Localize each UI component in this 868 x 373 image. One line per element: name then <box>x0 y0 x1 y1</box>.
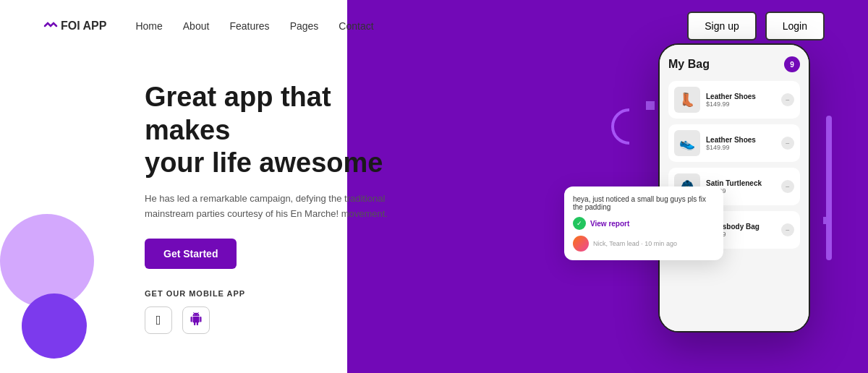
logo-icon <box>43 19 58 33</box>
nav-right: Sign up Login <box>687 12 825 40</box>
hero-description: He has led a remarkable campaign, defyin… <box>145 192 391 222</box>
item-remove-1[interactable]: − <box>781 93 794 106</box>
cart-item-1: 👢 Leather Shoes $149.99 − <box>668 81 800 119</box>
signup-button[interactable]: Sign up <box>687 12 756 40</box>
view-report-link[interactable]: View report <box>590 220 629 228</box>
notification-footer: Nick, Team lead · 10 min ago <box>573 236 715 252</box>
item-info-1: Leather Shoes $149.99 <box>706 93 775 108</box>
item-name-2: Leather Shoes <box>706 136 775 144</box>
nav-item-features[interactable]: Features <box>229 20 269 33</box>
logo: FOI APP <box>43 19 106 33</box>
nav-left: FOI APP Home About Features Pages Contac… <box>43 19 374 33</box>
nav-item-home[interactable]: Home <box>135 20 162 33</box>
hero-text: Great app that makes your life awesome H… <box>145 74 420 334</box>
phone-area: My Bag 9 👢 Leather Shoes $149.99 − 👟 Lea… <box>658 43 810 333</box>
get-started-button[interactable]: Get Started <box>145 239 237 269</box>
item-img-1: 👢 <box>674 87 700 113</box>
apple-store-button[interactable]:  <box>145 306 172 334</box>
item-remove-4[interactable]: − <box>781 223 794 236</box>
deco-bar <box>826 116 832 260</box>
item-remove-3[interactable]: − <box>781 180 794 193</box>
nav-links: Home About Features Pages Contact <box>135 20 373 33</box>
app-store-buttons:  <box>145 306 420 334</box>
phone-badge: 9 <box>784 56 800 72</box>
item-name-1: Leather Shoes <box>706 93 775 100</box>
notification-link: ✓ View report <box>573 217 715 230</box>
view-report-icon: ✓ <box>573 217 586 230</box>
item-info-2: Leather Shoes $149.99 <box>706 136 775 151</box>
phone-bag-title: My Bag <box>668 58 710 71</box>
notification-avatar <box>573 236 589 252</box>
login-button[interactable]: Login <box>765 12 825 40</box>
nav-item-pages[interactable]: Pages <box>290 20 319 33</box>
deco-square-1 <box>646 101 655 110</box>
item-price-1: $149.99 <box>706 100 775 108</box>
nav-item-about[interactable]: About <box>183 20 210 33</box>
android-store-button[interactable] <box>182 306 210 334</box>
mobile-app-label: GET OUR MOBILE APP <box>145 289 420 298</box>
notification-text: heya, just noticed a small bug guys pls … <box>573 195 715 211</box>
item-price-2: $149.99 <box>706 144 775 151</box>
android-icon <box>190 312 203 329</box>
nav-item-contact[interactable]: Contact <box>339 20 373 33</box>
item-img-2: 👟 <box>674 130 700 156</box>
phone-header: My Bag 9 <box>668 56 800 72</box>
hero-title: Great app that makes your life awesome <box>145 81 420 180</box>
logo-text: FOI APP <box>61 20 106 33</box>
item-name-3: Satin Turtleneck <box>706 179 775 187</box>
apple-icon:  <box>156 313 161 328</box>
notification-popup: heya, just noticed a small bug guys pls … <box>564 186 723 260</box>
item-remove-2[interactable]: − <box>781 137 794 150</box>
cart-item-2: 👟 Leather Shoes $149.99 − <box>668 124 800 162</box>
notification-meta: Nick, Team lead · 10 min ago <box>593 240 677 247</box>
